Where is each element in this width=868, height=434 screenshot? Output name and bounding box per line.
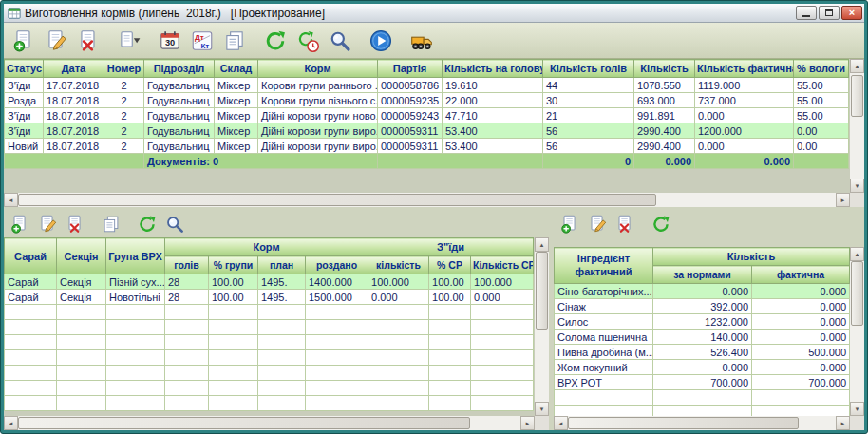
column-header[interactable]: фактична (752, 266, 850, 284)
maximize-button[interactable] (819, 6, 840, 20)
cell[interactable]: Пізній сух... (106, 274, 165, 290)
calendar-button[interactable]: 30 (154, 26, 186, 56)
dtkt-button[interactable]: ДтКт (186, 26, 218, 56)
add-button[interactable] (6, 213, 33, 236)
empty-row[interactable] (5, 350, 534, 366)
column-header[interactable]: кількість (368, 256, 429, 274)
edit-button[interactable] (33, 213, 61, 236)
cell[interactable]: Годувальниц (144, 78, 215, 93)
document-row[interactable]: З'їди18.07.20182ГодувальницМіксерДійні к… (5, 108, 849, 123)
cell[interactable]: 28 (165, 274, 209, 290)
cell[interactable]: Міксер (215, 139, 258, 154)
cell[interactable] (165, 381, 209, 396)
cell[interactable]: 1119.000 (695, 78, 794, 93)
cell[interactable] (306, 366, 368, 381)
cell[interactable]: 18.07.2018 (44, 93, 104, 108)
cell[interactable]: 0.000 (471, 290, 534, 305)
ingredient-name[interactable]: Пивна дробина (м... (555, 345, 653, 360)
quantity-norm[interactable]: 140.000 (653, 330, 752, 345)
search-button[interactable] (160, 213, 188, 236)
cell[interactable] (106, 335, 165, 350)
scroll-up-button[interactable]: ▲ (850, 59, 864, 73)
run-button[interactable] (365, 26, 397, 56)
ingredient-row[interactable]: Сіно багаторічних...0.0000.000 (555, 284, 850, 299)
cell[interactable] (752, 390, 850, 406)
cell[interactable] (368, 305, 429, 320)
cell[interactable]: 53.400 (443, 123, 543, 139)
print-button[interactable] (218, 26, 251, 56)
cell[interactable]: 1400.000 (306, 274, 368, 290)
vertical-scrollbar[interactable]: ▲▼ (850, 247, 864, 416)
cell[interactable] (106, 320, 165, 335)
document-row[interactable]: Новий18.07.20182ГодувальницМіксерДійні к… (5, 139, 849, 154)
scroll-right-button[interactable]: ► (836, 416, 850, 430)
document-menu-button[interactable] (113, 26, 145, 56)
column-header[interactable]: Партія (378, 60, 443, 78)
cell[interactable]: Розда (5, 93, 44, 108)
ingredient-name[interactable]: Жом покупний (555, 360, 653, 375)
cell[interactable] (471, 320, 534, 335)
cell[interactable] (258, 366, 306, 381)
empty-row[interactable] (555, 406, 850, 417)
cell[interactable]: Новий (5, 139, 44, 154)
column-header[interactable]: голів (165, 256, 209, 274)
column-header[interactable]: Підрозділ (144, 60, 215, 78)
column-header[interactable]: Секція (57, 238, 106, 274)
cell[interactable] (306, 335, 368, 350)
cell[interactable] (57, 381, 106, 396)
cell[interactable] (471, 381, 534, 396)
cell[interactable] (471, 350, 534, 366)
cell[interactable] (429, 335, 471, 350)
cell[interactable] (653, 406, 752, 417)
cell[interactable] (306, 305, 368, 320)
cell[interactable] (209, 381, 258, 396)
empty-row[interactable] (555, 390, 850, 406)
ingredient-name[interactable]: Силос (555, 314, 653, 330)
cell[interactable]: 55.00 (794, 93, 849, 108)
cell[interactable] (165, 350, 209, 366)
scroll-thumb[interactable] (18, 417, 470, 429)
scroll-track[interactable] (535, 252, 549, 402)
column-header[interactable]: % групи (209, 256, 258, 274)
cell[interactable] (258, 335, 306, 350)
truck-button[interactable] (406, 26, 438, 56)
cell[interactable]: Сарай (5, 290, 57, 305)
scroll-track[interactable] (568, 416, 836, 430)
column-header[interactable]: % СР (429, 256, 471, 274)
cell[interactable] (306, 320, 368, 335)
cell[interactable]: Корови групи пізнього с... (258, 93, 378, 108)
cell[interactable] (368, 335, 429, 350)
cell[interactable]: 0000059311 (378, 139, 443, 154)
cell[interactable] (165, 366, 209, 381)
cell[interactable]: 0000058786 (378, 78, 443, 93)
column-header[interactable]: Склад (215, 60, 258, 78)
cell[interactable] (471, 396, 534, 411)
cell[interactable]: 47.710 (443, 108, 543, 123)
column-header[interactable]: роздано (306, 256, 368, 274)
scroll-left-button[interactable]: ◄ (554, 416, 568, 430)
cell[interactable]: 28 (165, 290, 209, 305)
quantity-norm[interactable]: 1232.000 (653, 314, 752, 330)
cell[interactable]: 2 (104, 123, 144, 139)
scroll-up-button[interactable]: ▲ (535, 237, 549, 252)
cell[interactable] (165, 305, 209, 320)
cell[interactable] (368, 381, 429, 396)
cell[interactable] (368, 396, 429, 411)
titlebar[interactable]: Виготовлення кормів (липень 2018г.) [Про… (4, 4, 864, 23)
cell[interactable] (57, 396, 106, 411)
cell[interactable] (57, 305, 106, 320)
app-icon[interactable] (8, 7, 21, 20)
cell[interactable]: 18.07.2018 (44, 139, 104, 154)
cell[interactable]: Новотільні (106, 290, 165, 305)
quantity-fact[interactable]: 700.000 (752, 375, 850, 390)
cell[interactable]: Секція (57, 290, 106, 305)
delete-button[interactable] (72, 26, 104, 56)
cell[interactable]: 2 (104, 93, 144, 108)
cell[interactable]: Міксер (215, 78, 258, 93)
scroll-up-button[interactable]: ▲ (850, 247, 864, 261)
cell[interactable]: 56 (543, 139, 634, 154)
scroll-track[interactable] (18, 416, 520, 430)
cell[interactable]: 2990.400 (634, 139, 695, 154)
cell[interactable] (209, 335, 258, 350)
cell[interactable]: 0.000 (695, 139, 794, 154)
